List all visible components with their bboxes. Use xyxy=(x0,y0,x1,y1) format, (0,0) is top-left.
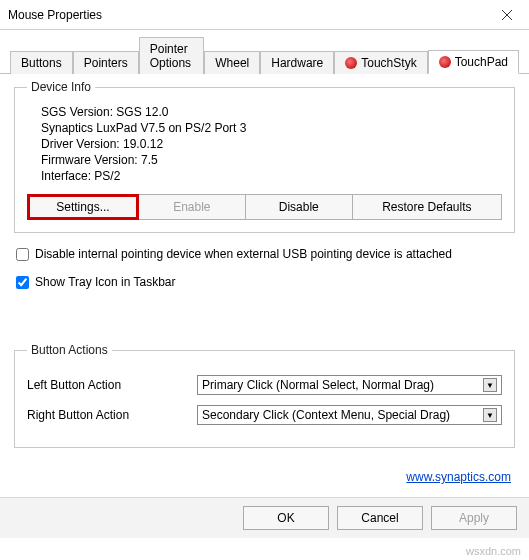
enable-button[interactable]: Enable xyxy=(139,194,246,220)
watermark: wsxdn.com xyxy=(466,545,521,557)
right-button-dropdown[interactable]: Secondary Click (Context Menu, Special D… xyxy=(197,405,502,425)
apply-button[interactable]: Apply xyxy=(431,506,517,530)
chevron-down-icon: ▼ xyxy=(483,378,497,392)
ok-button[interactable]: OK xyxy=(243,506,329,530)
close-icon xyxy=(502,10,512,20)
tab-content: Device Info SGS Version: SGS 12.0 Synapt… xyxy=(0,74,529,488)
tray-icon-label: Show Tray Icon in Taskbar xyxy=(35,275,176,289)
left-button-label: Left Button Action xyxy=(27,378,187,392)
spacer xyxy=(14,303,515,343)
driver-version: Driver Version: 19.0.12 xyxy=(41,136,502,152)
tab-buttons[interactable]: Buttons xyxy=(10,51,73,74)
restore-defaults-button[interactable]: Restore Defaults xyxy=(353,194,502,220)
tab-label: Pointers xyxy=(84,56,128,70)
link-row: www.synaptics.com xyxy=(14,458,515,488)
device-info-lines: SGS Version: SGS 12.0 Synaptics LuxPad V… xyxy=(41,104,502,184)
left-button-row: Left Button Action Primary Click (Normal… xyxy=(27,375,502,395)
device-info-group: Device Info SGS Version: SGS 12.0 Synapt… xyxy=(14,80,515,233)
right-button-row: Right Button Action Secondary Click (Con… xyxy=(27,405,502,425)
disable-internal-row[interactable]: Disable internal pointing device when ex… xyxy=(16,247,513,261)
tray-icon-checkbox[interactable] xyxy=(16,276,29,289)
firmware-version: Firmware Version: 7.5 xyxy=(41,152,502,168)
tab-label: Wheel xyxy=(215,56,249,70)
window-title: Mouse Properties xyxy=(8,8,102,22)
tab-wheel[interactable]: Wheel xyxy=(204,51,260,74)
device-info-legend: Device Info xyxy=(27,80,95,94)
title-bar: Mouse Properties xyxy=(0,0,529,30)
close-button[interactable] xyxy=(484,0,529,30)
tab-pointer-options[interactable]: Pointer Options xyxy=(139,37,204,74)
button-actions-group: Button Actions Left Button Action Primar… xyxy=(14,343,515,448)
right-button-value: Secondary Click (Context Menu, Special D… xyxy=(202,408,450,422)
tab-strip: Buttons Pointers Pointer Options Wheel H… xyxy=(0,30,529,74)
sgs-version: SGS Version: SGS 12.0 xyxy=(41,104,502,120)
synaptics-icon xyxy=(439,56,451,68)
disable-internal-label: Disable internal pointing device when ex… xyxy=(35,247,452,261)
tab-label: TouchPad xyxy=(455,55,508,69)
tray-icon-row[interactable]: Show Tray Icon in Taskbar xyxy=(16,275,513,289)
cancel-button[interactable]: Cancel xyxy=(337,506,423,530)
tab-hardware[interactable]: Hardware xyxy=(260,51,334,74)
tab-touchpad[interactable]: TouchPad xyxy=(428,50,519,74)
left-button-dropdown[interactable]: Primary Click (Normal Select, Normal Dra… xyxy=(197,375,502,395)
device-model: Synaptics LuxPad V7.5 on PS/2 Port 3 xyxy=(41,120,502,136)
synaptics-link[interactable]: www.synaptics.com xyxy=(406,470,511,484)
tab-label: Pointer Options xyxy=(150,42,193,70)
right-button-label: Right Button Action xyxy=(27,408,187,422)
tab-touchstyk[interactable]: TouchStyk xyxy=(334,51,427,74)
device-button-row: Settings... Enable Disable Restore Defau… xyxy=(27,194,502,220)
disable-internal-checkbox[interactable] xyxy=(16,248,29,261)
button-actions-legend: Button Actions xyxy=(27,343,112,357)
left-button-value: Primary Click (Normal Select, Normal Dra… xyxy=(202,378,434,392)
dialog-footer: OK Cancel Apply xyxy=(0,497,529,538)
synaptics-icon xyxy=(345,57,357,69)
tab-pointers[interactable]: Pointers xyxy=(73,51,139,74)
tab-label: Buttons xyxy=(21,56,62,70)
disable-button[interactable]: Disable xyxy=(246,194,353,220)
tab-label: Hardware xyxy=(271,56,323,70)
chevron-down-icon: ▼ xyxy=(483,408,497,422)
tab-label: TouchStyk xyxy=(361,56,416,70)
settings-button[interactable]: Settings... xyxy=(27,194,139,220)
interface: Interface: PS/2 xyxy=(41,168,502,184)
